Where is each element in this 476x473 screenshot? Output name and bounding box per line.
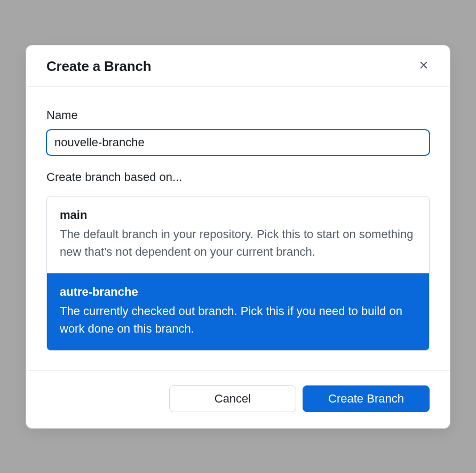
branch-option-title: autre-branche (60, 285, 416, 299)
base-branch-label: Create branch based on... (46, 170, 430, 184)
cancel-button[interactable]: Cancel (169, 385, 296, 412)
branch-option-title: main (60, 208, 416, 222)
branch-option-current[interactable]: autre-branche The currently checked out … (47, 273, 429, 350)
base-branch-options: main The default branch in your reposito… (46, 196, 430, 351)
name-label: Name (46, 108, 430, 122)
branch-option-description: The default branch in your repository. P… (60, 225, 416, 261)
close-icon (418, 59, 430, 71)
create-branch-dialog: Create a Branch Name Create branch based… (26, 45, 450, 429)
branch-name-input[interactable] (46, 130, 430, 155)
dialog-body: Name Create branch based on... main The … (26, 87, 450, 370)
branch-option-main[interactable]: main The default branch in your reposito… (47, 196, 429, 273)
dialog-title: Create a Branch (46, 58, 151, 75)
create-branch-button[interactable]: Create Branch (303, 385, 430, 412)
dialog-header: Create a Branch (26, 45, 450, 87)
branch-option-description: The currently checked out branch. Pick t… (60, 302, 416, 337)
close-button[interactable] (418, 59, 430, 73)
dialog-footer: Cancel Create Branch (26, 370, 450, 428)
